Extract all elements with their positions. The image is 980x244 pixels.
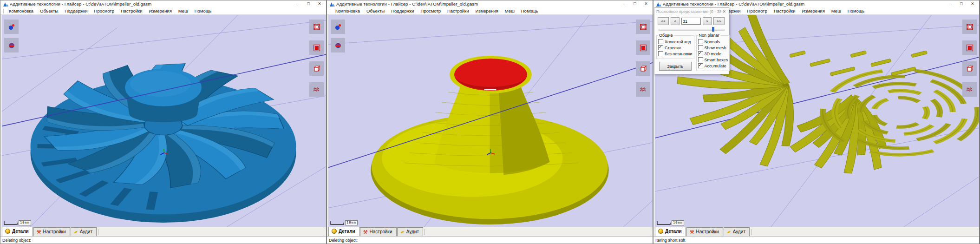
spheres-tool-button[interactable] — [331, 20, 345, 34]
menu-objects[interactable]: Объекты — [37, 8, 61, 13]
hatch-pattern-button[interactable] — [309, 82, 324, 97]
menu-objects[interactable]: Объекты — [363, 8, 388, 13]
prev-layer-button[interactable]: < — [671, 17, 679, 25]
menu-measurements[interactable]: Измерения — [472, 8, 502, 13]
spheres-tool-button[interactable] — [4, 20, 19, 34]
planet-tool-button[interactable] — [4, 38, 19, 53]
menu-help[interactable]: Помощь — [518, 8, 542, 13]
menu-layout[interactable]: Компоновка — [332, 8, 363, 13]
menu-help[interactable]: Помощь — [191, 8, 215, 13]
close-button[interactable]: ✕ — [640, 0, 652, 7]
minimize-button[interactable]: – — [945, 0, 956, 7]
layer-panel-title-bar[interactable]: Послойное представление (0 - 38) ✕ — [654, 8, 729, 15]
checkbox-box[interactable] — [698, 39, 703, 44]
menu-mesh[interactable]: Меш — [502, 8, 518, 13]
cube-icon — [313, 65, 320, 73]
menu-view[interactable]: Просмотр — [744, 8, 771, 13]
tab-details-label: Детали — [339, 229, 355, 234]
3d-scene-impeller[interactable] — [2, 15, 326, 227]
window-title: Аддитивные технологии - Глайсер - C:\dev… — [336, 1, 618, 7]
menu-settings[interactable]: Настройки — [118, 8, 146, 13]
tab-details[interactable]: Детали — [328, 226, 359, 236]
slider-track[interactable] — [659, 29, 725, 31]
checkbox-3d-mode[interactable]: 3D mode — [698, 51, 728, 56]
hatch-pattern-button[interactable] — [636, 82, 650, 97]
layer-slider[interactable] — [659, 26, 725, 32]
title-bar[interactable]: Аддитивные технологии - Глайсер - C:\dev… — [653, 0, 979, 7]
left-toolbar — [331, 20, 345, 53]
checkbox-box[interactable] — [658, 51, 663, 56]
checkbox-box[interactable] — [658, 39, 663, 44]
tab-audit[interactable]: ✒ Аудит — [724, 227, 750, 236]
menu-mesh[interactable]: Меш — [828, 8, 844, 13]
panel-close-icon[interactable]: ✕ — [721, 9, 727, 14]
close-button[interactable]: ✕ — [314, 0, 325, 7]
filled-square-button[interactable] — [309, 40, 324, 55]
title-bar[interactable]: Аддитивные технологии - Глайсер - C:\dev… — [327, 0, 653, 7]
checkbox-arrows[interactable]: Стрелки — [658, 45, 693, 50]
title-bar[interactable]: Аддитивные технологии - Глайсер - C:\dev… — [0, 0, 326, 7]
tab-details[interactable]: Детали — [2, 226, 33, 236]
last-layer-button[interactable]: >> — [713, 17, 725, 25]
checkbox-box[interactable] — [698, 45, 703, 50]
tab-audit-label: Аудит — [733, 229, 745, 234]
maximize-button[interactable]: □ — [956, 0, 967, 7]
filled-square-button[interactable] — [636, 40, 650, 55]
menu-measurements[interactable]: Измерения — [799, 8, 828, 13]
minimize-button[interactable]: – — [618, 0, 629, 7]
menu-view[interactable]: Просмотр — [418, 8, 444, 13]
first-layer-button[interactable]: << — [658, 17, 669, 25]
3d-viewport[interactable]: 10mm — [327, 15, 653, 227]
right-toolbar — [636, 20, 650, 97]
checkbox-idle-moves[interactable]: Холостой ход — [658, 39, 693, 44]
tab-separator — [98, 229, 98, 235]
cube-icon — [640, 65, 647, 73]
planet-tool-button[interactable] — [331, 38, 345, 53]
menu-help[interactable]: Помощь — [844, 8, 868, 13]
close-button[interactable]: ✕ — [967, 0, 978, 7]
maximize-button[interactable]: □ — [303, 0, 314, 7]
3d-scene-cone[interactable] — [328, 15, 653, 227]
menu-mesh[interactable]: Меш — [175, 8, 191, 13]
menu-measurements[interactable]: Измерения — [146, 8, 175, 13]
checkbox-box[interactable] — [658, 45, 663, 50]
close-panel-button[interactable]: Закрыть — [659, 62, 692, 71]
maximize-button[interactable]: □ — [629, 0, 640, 7]
checkbox-box[interactable] — [698, 63, 703, 68]
tab-details[interactable]: Детали — [655, 226, 686, 236]
filled-square-button[interactable] — [962, 40, 977, 55]
tab-settings[interactable]: ⚒ Настройки — [686, 227, 723, 236]
menu-settings[interactable]: Настройки — [771, 8, 799, 13]
menu-supports[interactable]: Поддержки — [388, 8, 417, 13]
checkbox-no-stops[interactable]: Без остановки — [658, 51, 693, 56]
menu-settings[interactable]: Настройки — [444, 8, 472, 13]
next-layer-button[interactable]: > — [703, 17, 712, 25]
hatch-pattern-button[interactable] — [962, 82, 977, 97]
menu-view[interactable]: Просмотр — [91, 8, 118, 13]
minimize-button[interactable]: – — [292, 0, 303, 7]
tab-audit[interactable]: ✒ Аудит — [71, 227, 97, 236]
frame-view-button[interactable] — [962, 20, 977, 34]
ruler-icon — [4, 221, 18, 225]
tab-audit[interactable]: ✒ Аудит — [397, 227, 423, 236]
slider-handle[interactable] — [712, 27, 714, 32]
status-text: Deleting object: — [329, 238, 358, 243]
cube-view-button[interactable] — [309, 61, 324, 76]
checkbox-smart-boxes[interactable]: Smart boxes — [698, 57, 728, 62]
menu-supports[interactable]: Поддержки — [61, 8, 91, 13]
frame-view-button[interactable] — [309, 20, 324, 34]
app-window-slices: Аддитивные технологии - Глайсер - C:\dev… — [653, 0, 980, 244]
checkbox-box[interactable] — [698, 57, 703, 62]
checkbox-show-mesh[interactable]: Show mesh — [698, 45, 728, 50]
checkbox-normals[interactable]: Normals — [698, 39, 728, 44]
tab-settings[interactable]: ⚒ Настройки — [33, 227, 70, 236]
checkbox-accumulate[interactable]: Accumulate — [698, 63, 728, 68]
tab-settings[interactable]: ⚒ Настройки — [360, 227, 397, 236]
cube-view-button[interactable] — [636, 61, 650, 76]
frame-view-button[interactable] — [636, 20, 650, 34]
checkbox-box[interactable] — [698, 51, 703, 56]
layer-number-input[interactable] — [681, 18, 701, 25]
cube-view-button[interactable] — [962, 61, 977, 76]
menu-layout[interactable]: Компоновка — [6, 8, 37, 13]
3d-viewport[interactable]: 10mm — [0, 15, 326, 227]
